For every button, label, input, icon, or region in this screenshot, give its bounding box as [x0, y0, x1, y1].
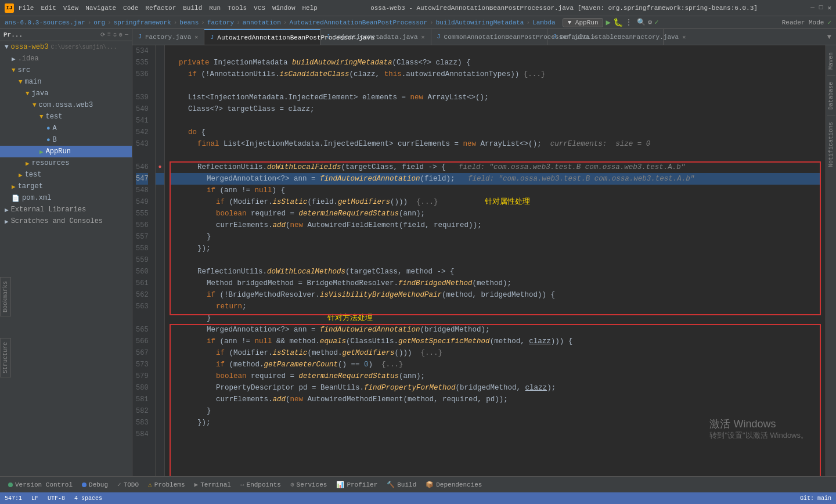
app-icon: IJ: [5, 3, 14, 13]
bottom-tab-dependencies[interactable]: 📦 Dependencies: [422, 480, 485, 489]
sidebar-item-idea[interactable]: ▶ .idea: [0, 53, 132, 64]
window-controls[interactable]: — □ ✕: [810, 4, 831, 12]
bottom-tab-problems[interactable]: ⚠ Problems: [145, 480, 188, 489]
close-button[interactable]: ✕: [827, 4, 831, 12]
tab-common[interactable]: J CommonAnnotationBeanPostProcessor.java…: [431, 29, 547, 45]
minimize-button[interactable]: —: [810, 4, 815, 12]
more-run-options[interactable]: ⋮: [625, 18, 632, 27]
sidebar-item-package[interactable]: ▼ com.ossa.web3: [0, 99, 132, 111]
settings-button[interactable]: ⚙: [648, 18, 652, 27]
menu-navigate[interactable]: Navigate: [85, 5, 116, 12]
sidebar-close-icon[interactable]: —: [125, 31, 128, 38]
sidebar-item-ext-label: External Libraries: [11, 206, 87, 214]
sidebar-item-java[interactable]: ▼ java: [0, 88, 132, 99]
database-panel-tab[interactable]: Database: [827, 77, 835, 114]
bottom-tab-debug[interactable]: Debug: [78, 480, 111, 489]
sidebar-filter-icon[interactable]: ≎: [113, 31, 117, 38]
code-line-561: Method bridgedMethod = BridgeMethodResol…: [170, 278, 821, 289]
tab-overflow-button[interactable]: ▼: [823, 33, 836, 41]
menu-build[interactable]: Build: [183, 5, 202, 12]
sidebar-item-test-pkg[interactable]: ▼ test: [0, 111, 132, 123]
bottom-tab-build[interactable]: 🔨 Build: [383, 480, 420, 489]
breadcrumb-beans[interactable]: beans: [179, 19, 199, 26]
code-line-536: if (!AnnotationUtils.isCandidateClass(cl…: [170, 69, 821, 80]
bottom-tab-terminal[interactable]: ▶ Terminal: [191, 480, 235, 489]
run-config-area: ▼ AppRun ▶ 🐛 ⋮ 🔍 ⚙ ✓: [563, 17, 659, 27]
build-label: Build: [397, 481, 416, 488]
menu-tools[interactable]: Tools: [228, 5, 247, 12]
bottom-tab-vcs[interactable]: Version Control: [5, 480, 76, 489]
breadcrumb-jar[interactable]: ans-6.0.3-sources.jar: [5, 19, 85, 26]
sidebar-item-scratches-label: Scratches and Consoles: [11, 217, 103, 225]
menu-vcs[interactable]: VCS: [254, 5, 265, 12]
menu-window[interactable]: Window: [272, 5, 296, 12]
sidebar-item-B[interactable]: ● B: [0, 134, 132, 146]
menu-refactor[interactable]: Refactor: [145, 5, 176, 12]
sidebar-item-test-src[interactable]: ▶ test: [0, 169, 132, 181]
run-config-selector[interactable]: ▼ AppRun: [563, 18, 604, 27]
tab-factory[interactable]: J Factory.java ✕: [132, 29, 204, 45]
title-bar: IJ File Edit View Navigate Code Refactor…: [0, 0, 836, 16]
sidebar-item-src[interactable]: ▼ src: [0, 64, 132, 76]
menu-bar[interactable]: File Edit View Navigate Code Refactor Bu…: [19, 5, 318, 12]
menu-help[interactable]: Help: [302, 5, 318, 12]
services-icon: ⚙: [290, 481, 294, 488]
endpoints-icon: ↔: [240, 481, 244, 488]
code-line-573: if (method.getParameterCount() == 0) {..…: [170, 359, 821, 370]
sidebar-collapse-icon[interactable]: ≡: [107, 31, 111, 38]
breadcrumb-annotation[interactable]: annotation: [243, 19, 281, 26]
sidebar-item-resources[interactable]: ▶ resources: [0, 157, 132, 169]
breadcrumb-class[interactable]: AutowiredAnnotationBeanPostProcessor: [289, 19, 427, 26]
right-side-panel: Maven Database Notifications: [826, 45, 836, 476]
reader-mode-check-icon: ✓: [827, 19, 831, 26]
maven-panel-tab[interactable]: Maven: [827, 48, 835, 74]
bottom-tab-services[interactable]: ⚙ Services: [287, 480, 330, 489]
sidebar-item-pom[interactable]: 📄 pom.xml: [0, 192, 132, 204]
tab-factory-close[interactable]: ✕: [194, 34, 198, 41]
menu-code[interactable]: Code: [123, 5, 138, 12]
bottom-tab-todo[interactable]: ✓ TODO: [114, 480, 142, 489]
breadcrumb-springframework[interactable]: springframework: [114, 19, 171, 26]
menu-file[interactable]: File: [19, 5, 34, 12]
breadcrumb-method[interactable]: buildAutowiringMetadata: [436, 19, 524, 26]
tab-factory-label: Factory.java: [145, 34, 191, 41]
sidebar-item-external-libs[interactable]: ▶ External Libraries: [0, 204, 132, 215]
watermark-line2: 转到"设置"以激活 Windows。: [709, 430, 808, 441]
structure-side-tab[interactable]: Structure: [0, 338, 11, 377]
debug-label: Debug: [89, 481, 108, 488]
breadcrumb-org[interactable]: org: [93, 19, 105, 26]
check-icon[interactable]: ✓: [654, 18, 658, 27]
code-line-555: boolean required = determineRequiredStat…: [170, 208, 821, 219]
tab-autowired[interactable]: J AutowiredAnnotationBeanPostProcessor.j…: [204, 29, 320, 45]
sidebar-item-main[interactable]: ▼ main: [0, 76, 132, 88]
breadcrumb-lambda[interactable]: Lambda: [532, 19, 556, 26]
menu-edit[interactable]: Edit: [41, 5, 56, 12]
bottom-tab-profiler[interactable]: 📊 Profiler: [333, 480, 381, 489]
sidebar-item-scratches[interactable]: ▶ Scratches and Consoles: [0, 215, 132, 227]
sidebar-settings-icon[interactable]: ⚙: [119, 31, 122, 38]
menu-run[interactable]: Run: [209, 5, 221, 12]
sidebar-sync-icon[interactable]: ⟳: [100, 31, 105, 38]
terminal-icon: ▶: [194, 481, 199, 488]
sidebar-item-project[interactable]: ▼ ossa-web3 C:\Users\sunjin\...: [0, 41, 132, 53]
search-button[interactable]: 🔍: [637, 18, 646, 27]
tab-defaultlistable[interactable]: J DefaultListableBeanFactory.java ✕: [547, 29, 664, 45]
bottom-tab-endpoints[interactable]: ↔ Endpoints: [237, 480, 284, 489]
status-position: 547:1: [5, 495, 22, 502]
code-line-580: PropertyDescriptor pd = BeanUtils.findPr…: [170, 382, 821, 394]
tab-injection[interactable]: J InjectionMetadata.java ✕: [320, 29, 431, 45]
sidebar-item-AppRun[interactable]: ▶ AppRun: [0, 146, 132, 157]
sidebar-item-target[interactable]: ▶ target: [0, 181, 132, 192]
breadcrumb-factory[interactable]: factory: [207, 19, 234, 26]
tab-injection-close[interactable]: ✕: [421, 34, 425, 41]
reader-mode-button[interactable]: Reader Mode ✓: [782, 19, 831, 26]
notifications-panel-tab[interactable]: Notifications: [827, 117, 835, 172]
sidebar-item-A[interactable]: ● A: [0, 123, 132, 134]
run-button[interactable]: ▶: [606, 17, 610, 27]
code-area[interactable]: private InjectionMetadata buildAutowirin…: [165, 45, 826, 476]
maximize-button[interactable]: □: [819, 4, 823, 12]
debug-button[interactable]: 🐛: [613, 17, 623, 27]
menu-view[interactable]: View: [63, 5, 78, 12]
tab-defaultlistable-close[interactable]: ✕: [682, 34, 686, 41]
bookmarks-side-tab[interactable]: Bookmarks: [0, 277, 11, 316]
